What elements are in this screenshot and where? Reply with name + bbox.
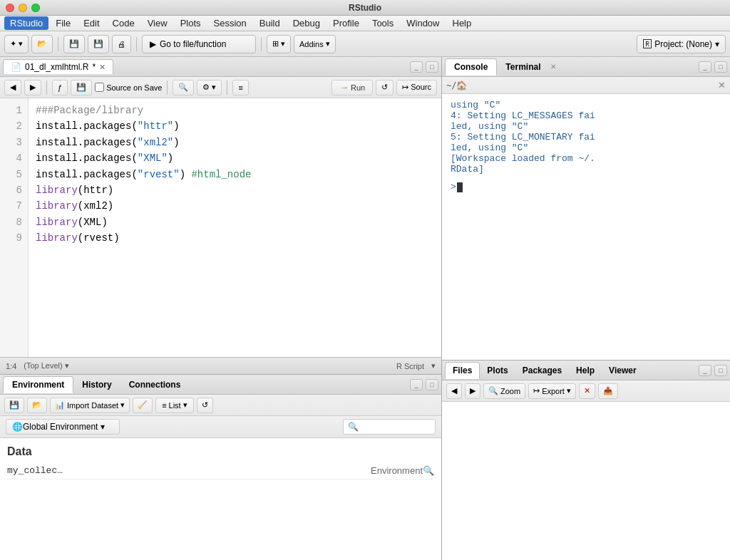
console-tab-console[interactable]: Console xyxy=(445,58,497,76)
search-button[interactable]: 🔍 xyxy=(173,80,194,95)
menu-rstudio[interactable]: RStudio xyxy=(4,16,48,30)
data-row[interactable]: my_collec… Environment 🔍 xyxy=(7,462,434,479)
tab-filename: 01_dl_xmlhtml.R xyxy=(25,62,88,72)
editor-toolbar: ◀ ▶ ƒ 💾 Source on Save 🔍 ⚙ ▾ ≡ → Run xyxy=(0,77,441,98)
menu-debug[interactable]: Debug xyxy=(287,16,326,30)
menu-session[interactable]: Session xyxy=(208,16,252,30)
import-dataset-button[interactable]: 📊 Import Dataset ▾ xyxy=(50,398,130,413)
source-button[interactable]: ↦ Sourc xyxy=(396,80,437,95)
console-maximize-button[interactable]: □ xyxy=(714,61,727,73)
settings-button[interactable]: ⚙ ▾ xyxy=(197,80,222,95)
env-open-button[interactable]: 📂 xyxy=(27,398,47,413)
right-panel: Console Terminal ✕ _ □ ~/ 🏠 ✕ using "C" … xyxy=(442,57,730,560)
publish-button[interactable]: 📤 xyxy=(598,383,618,399)
files-minimize-button[interactable]: _ xyxy=(699,365,711,376)
env-search-box[interactable]: 🔍 xyxy=(343,419,436,435)
files-tab-packages[interactable]: Packages xyxy=(515,363,569,378)
context: (Top Level) ▾ xyxy=(24,361,68,370)
console-tab-terminal[interactable]: Terminal xyxy=(497,59,549,75)
print-button[interactable]: 🖨 xyxy=(112,35,131,53)
console-minimize-button[interactable]: _ xyxy=(699,61,711,73)
editor-maximize-button[interactable]: □ xyxy=(426,61,438,73)
open-file-button[interactable]: 📂 xyxy=(31,35,53,53)
env-tab-connections[interactable]: Connections xyxy=(120,377,190,393)
functions-button[interactable]: ƒ xyxy=(52,80,68,95)
tab-close-button[interactable]: ✕ xyxy=(99,63,106,72)
close-button[interactable] xyxy=(6,4,14,12)
data-row-value: Environment xyxy=(371,465,423,476)
menu-tools[interactable]: Tools xyxy=(366,16,399,30)
editor-pane: 📄 01_dl_xmlhtml.R * ✕ _ □ ◀ ▶ ƒ 💾 xyxy=(0,57,441,375)
env-window-controls: _ □ xyxy=(410,379,438,390)
sep3 xyxy=(227,81,227,95)
run-arrow-icon: → xyxy=(339,82,349,93)
separator-2 xyxy=(136,37,137,51)
env-minimize-button[interactable]: _ xyxy=(410,379,423,390)
file-type: R Script xyxy=(396,362,424,370)
goto-file-button[interactable]: ▶ Go to file/function xyxy=(142,35,256,53)
menu-build[interactable]: Build xyxy=(254,16,286,30)
files-maximize-button[interactable]: □ xyxy=(714,365,727,376)
global-env-selector[interactable]: 🌐 Global Environment ▾ xyxy=(6,419,120,435)
export-button[interactable]: ↦ Export ▾ xyxy=(528,383,576,399)
back-button[interactable]: ◀ xyxy=(4,80,21,95)
menu-window[interactable]: Window xyxy=(401,16,445,30)
refresh-button[interactable]: ↺ xyxy=(197,398,213,413)
goto-label: Go to file/function xyxy=(160,39,226,49)
console-line-1: using "C" xyxy=(451,100,721,110)
zoom-button[interactable]: 🔍 Zoom xyxy=(483,383,525,399)
menu-file[interactable]: File xyxy=(50,16,76,30)
cursor-position: 1:4 xyxy=(6,362,16,370)
console-clear-icon[interactable]: ✕ xyxy=(718,80,726,90)
env-tab-environment[interactable]: Environment xyxy=(3,376,73,393)
run-button[interactable]: → Run xyxy=(331,80,373,95)
files-forward-button[interactable]: ▶ xyxy=(465,383,480,399)
code-editor[interactable]: 1 2 3 4 5 6 7 8 9 ###Package/library ins… xyxy=(0,98,441,357)
env-save-button[interactable]: 💾 xyxy=(4,398,24,413)
save-button[interactable]: 💾 xyxy=(63,35,85,53)
save-editor-button[interactable]: 💾 xyxy=(71,80,92,95)
files-back-button[interactable]: ◀ xyxy=(446,383,462,399)
editor-tab-file[interactable]: 📄 01_dl_xmlhtml.R * ✕ xyxy=(3,59,113,74)
console-line-3: 5: Setting LC_MONETARY failed, using "C" xyxy=(451,132,721,153)
menu-view[interactable]: View xyxy=(142,16,173,30)
minimize-button[interactable] xyxy=(19,4,27,12)
rerun-button[interactable]: ↺ xyxy=(376,80,394,95)
menu-code[interactable]: Code xyxy=(107,16,140,30)
save-all-button[interactable]: 💾 xyxy=(88,35,109,53)
project-dropdown-icon: ▾ xyxy=(715,39,719,49)
data-row-search-icon[interactable]: 🔍 xyxy=(423,465,434,476)
maximize-button[interactable] xyxy=(31,4,40,12)
new-file-button[interactable]: ✦ ▾ xyxy=(4,35,29,53)
menu-help[interactable]: Help xyxy=(447,16,478,30)
list-icon: ≡ xyxy=(162,401,166,410)
clear-env-button[interactable]: 🧹 xyxy=(133,398,153,413)
terminal-close-icon[interactable]: ✕ xyxy=(550,63,556,71)
menu-plots[interactable]: Plots xyxy=(175,16,207,30)
remove-plot-button[interactable]: ✕ xyxy=(579,383,595,399)
project-button[interactable]: 🅁 Project: (None) ▾ xyxy=(637,35,726,53)
files-tab-viewer[interactable]: Viewer xyxy=(602,363,643,378)
addins-button[interactable]: Addins ▾ xyxy=(294,35,336,53)
menu-profile[interactable]: Profile xyxy=(327,16,365,30)
window-controls[interactable] xyxy=(6,4,40,12)
menu-edit[interactable]: Edit xyxy=(78,16,105,30)
list-button[interactable]: ≡ List ▾ xyxy=(155,398,194,413)
editor-tab-bar: 📄 01_dl_xmlhtml.R * ✕ _ □ xyxy=(0,57,441,77)
env-tab-history[interactable]: History xyxy=(73,377,120,393)
files-tab-plots[interactable]: Plots xyxy=(480,363,515,378)
console-content[interactable]: using "C" 4: Setting LC_MESSAGES failed,… xyxy=(442,94,730,360)
forward-button[interactable]: ▶ xyxy=(24,80,41,95)
source-on-save-checkbox[interactable] xyxy=(95,83,104,92)
format-button[interactable]: ≡ xyxy=(232,80,248,95)
save-all-icon: 💾 xyxy=(93,39,103,48)
home-icon: 🏠 xyxy=(456,81,467,90)
files-tab-help[interactable]: Help xyxy=(569,363,602,378)
files-tab-files[interactable]: Files xyxy=(445,362,480,379)
source-on-save-label[interactable]: Source on Save xyxy=(95,83,162,92)
editor-minimize-button[interactable]: _ xyxy=(410,61,423,73)
grid-button[interactable]: ⊞ ▾ xyxy=(267,35,291,53)
env-maximize-button[interactable]: □ xyxy=(426,379,438,390)
env-tab-bar: Environment History Connections _ □ xyxy=(0,375,441,395)
new-file-dropdown-icon: ▾ xyxy=(19,39,23,48)
